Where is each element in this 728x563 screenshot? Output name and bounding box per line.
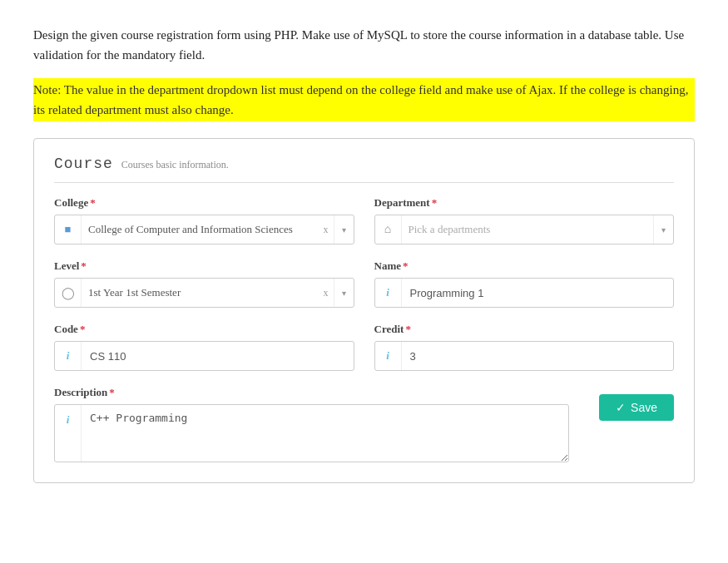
description-textarea[interactable]: C++ Programming <box>82 405 568 462</box>
code-credit-row: Code* i Credit* i <box>54 323 674 371</box>
save-check-icon: ✓ <box>616 401 626 414</box>
college-label: College* <box>54 196 354 210</box>
level-value: 1st Year 1st Semester <box>82 286 319 299</box>
name-label: Name* <box>374 259 675 273</box>
card-title: Course <box>54 156 113 172</box>
level-arrow-icon: ▾ <box>334 279 354 307</box>
card-header: Course Courses basic information. <box>54 156 674 183</box>
college-department-row: College* ■ College of Computer and Infor… <box>54 196 674 244</box>
name-group: Name* i <box>374 259 675 308</box>
department-label: Department* <box>374 196 675 210</box>
save-button[interactable]: ✓ Save <box>599 394 674 421</box>
college-clear-button[interactable]: x <box>319 224 334 236</box>
save-button-label: Save <box>631 401 657 414</box>
college-arrow-icon: ▾ <box>334 215 354 244</box>
description-group: Description* i C++ Programming <box>54 386 569 462</box>
credit-label: Credit* <box>374 323 675 336</box>
name-input[interactable] <box>402 287 674 299</box>
credit-input[interactable] <box>402 350 674 363</box>
name-info-icon: i <box>375 279 402 307</box>
note-highlight: Note: The value in the department dropdo… <box>33 78 695 121</box>
credit-input-wrapper: i <box>374 341 675 371</box>
house-icon: ⌂ <box>375 215 402 244</box>
code-info-icon: i <box>55 342 82 370</box>
description-input-wrapper: i C++ Programming <box>54 404 569 462</box>
level-name-row: Level* ◯ 1st Year 1st Semester x ▾ Name*… <box>54 259 674 308</box>
description-info-icon: i <box>55 405 82 462</box>
save-area: ✓ Save <box>589 386 674 424</box>
department-select[interactable]: ⌂ Pick a departments ▾ <box>374 215 675 244</box>
level-clear-button[interactable]: x <box>319 287 334 299</box>
level-label: Level* <box>54 259 354 273</box>
code-group: Code* i <box>54 323 354 371</box>
college-icon: ■ <box>55 215 82 244</box>
department-arrow-icon: ▾ <box>653 215 673 244</box>
college-group: College* ■ College of Computer and Infor… <box>54 196 354 244</box>
credit-info-icon: i <box>375 342 402 370</box>
name-input-wrapper: i <box>374 278 675 308</box>
credit-group: Credit* i <box>374 323 675 371</box>
description-save-row: Description* i C++ Programming ✓ Save <box>54 386 674 462</box>
department-placeholder: Pick a departments <box>402 223 654 236</box>
card-subtitle: Courses basic information. <box>121 159 229 171</box>
level-select[interactable]: ◯ 1st Year 1st Semester x ▾ <box>54 278 354 308</box>
intro-paragraph: Design the given course registration for… <box>33 25 695 65</box>
department-group: Department* ⌂ Pick a departments ▾ <box>374 196 675 244</box>
college-select[interactable]: ■ College of Computer and Information Sc… <box>54 215 354 244</box>
college-value: College of Computer and Information Scie… <box>82 223 319 236</box>
description-label: Description* <box>54 386 569 399</box>
code-input[interactable] <box>82 350 354 363</box>
level-icon: ◯ <box>55 279 82 307</box>
form-card: Course Courses basic information. Colleg… <box>33 138 695 483</box>
code-label: Code* <box>54 323 354 336</box>
level-group: Level* ◯ 1st Year 1st Semester x ▾ <box>54 259 354 308</box>
code-input-wrapper: i <box>54 341 354 371</box>
